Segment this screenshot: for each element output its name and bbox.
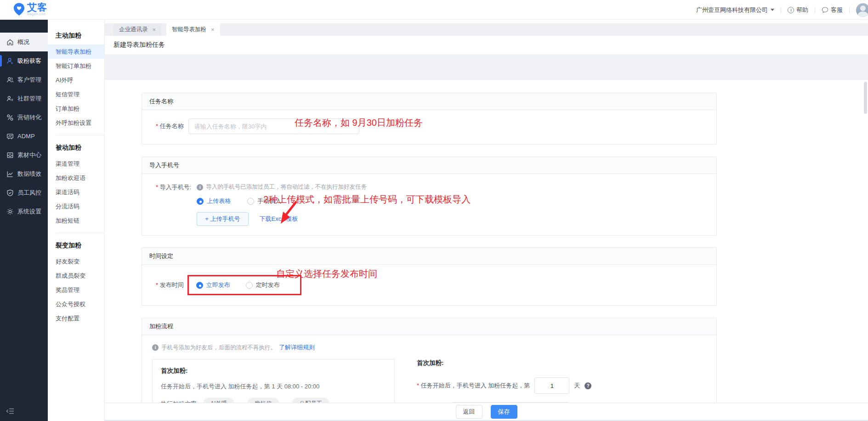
share-icon bbox=[6, 113, 14, 121]
section-header: 导入手机号 bbox=[142, 157, 716, 174]
secondary-sidebar: 主动加粉 智能导表加粉 智能订单加粉 AI外呼 短信管理 订单加粉 外呼加粉设置… bbox=[48, 20, 105, 421]
primary-sidebar: 概况 吸粉获客 客户管理 社群管理 营销转化 bbox=[0, 20, 48, 421]
submenu-section-title: 主动加粉 bbox=[48, 29, 104, 45]
first-add-title: 首次加粉: bbox=[161, 367, 386, 375]
section-import-phone: 导入手机号 导入手机号: 导入的手机号已添加过员工，将自动过滤，不在执行加好友任… bbox=[142, 157, 717, 236]
submenu-item-order-fans[interactable]: 订单加粉 bbox=[48, 101, 104, 116]
sidebar-item-marketing-conversion[interactable]: 营销转化 bbox=[0, 108, 48, 127]
radio-icon bbox=[246, 282, 253, 289]
top-header: 艾客 aiagain.com 广州壹豆网络科技有限公司 帮助 客服 bbox=[0, 0, 868, 20]
vertical-scrollbar[interactable] bbox=[864, 80, 867, 421]
sidebar-item-community-management[interactable]: 社群管理 bbox=[0, 89, 48, 108]
brand-logo[interactable]: 艾客 aiagain.com bbox=[13, 2, 47, 17]
submenu-item-sms-management[interactable]: 短信管理 bbox=[48, 87, 104, 101]
submenu-item-payment-config[interactable]: 支付配置 bbox=[48, 311, 104, 326]
sidebar-item-label: 概况 bbox=[17, 38, 29, 46]
radio-upload-sheet[interactable]: 上传表格 bbox=[197, 197, 231, 205]
day-line-prefix: 任务开始后，手机号进入 加粉任务起，第 bbox=[417, 382, 530, 390]
tab-label: 企业通讯录 bbox=[119, 26, 148, 34]
logo-text: 艾客 bbox=[27, 2, 47, 12]
customer-service-button[interactable]: 客服 bbox=[822, 6, 843, 14]
shield-icon bbox=[6, 189, 14, 196]
submenu-item-channel-live-code[interactable]: 渠道活码 bbox=[48, 185, 104, 199]
divider bbox=[849, 7, 850, 13]
submenu-item-channel-management[interactable]: 渠道管理 bbox=[48, 157, 104, 171]
section-task-name: 任务名称 任务名称 任务名称，如 9月30日加粉任务 bbox=[142, 93, 717, 145]
users-icon bbox=[6, 76, 14, 84]
submenu-item-friend-fission[interactable]: 好友裂变 bbox=[48, 254, 104, 269]
sidebar-item-fan-acquisition[interactable]: 吸粉获客 bbox=[0, 51, 48, 70]
submenu-item-outbound-settings[interactable]: 外呼加粉设置 bbox=[48, 116, 104, 130]
task-name-label: 任务名称 bbox=[156, 122, 184, 130]
submenu-item-official-account-auth[interactable]: 公众号授权 bbox=[48, 297, 104, 311]
import-phone-info: 导入的手机号已添加过员工，将自动过滤，不在执行加好友任务 bbox=[206, 183, 367, 191]
info-icon bbox=[152, 344, 159, 351]
close-icon[interactable] bbox=[153, 27, 156, 33]
sidebar-item-label: 素材中心 bbox=[17, 151, 41, 159]
sidebar-item-employee-risk[interactable]: 员工风控 bbox=[0, 183, 48, 202]
radio-publish-scheduled[interactable]: 定时发布 bbox=[246, 281, 280, 289]
user-add-icon bbox=[6, 57, 14, 65]
sidebar-item-overview[interactable]: 概况 bbox=[0, 33, 48, 51]
board-icon bbox=[6, 132, 14, 140]
back-button[interactable]: 返回 bbox=[456, 405, 482, 419]
divider bbox=[56, 135, 104, 135]
sidebar-item-customer-management[interactable]: 客户管理 bbox=[0, 70, 48, 89]
scrollbar-thumb[interactable] bbox=[864, 82, 867, 114]
submenu-item-smart-order-fans[interactable]: 智能订单加粉 bbox=[48, 59, 104, 73]
service-label: 客服 bbox=[831, 6, 843, 14]
radio-icon bbox=[247, 198, 254, 205]
sidebar-item-material-center[interactable]: 素材中心 bbox=[0, 146, 48, 164]
footer-action-bar: 返回 保存 bbox=[105, 403, 868, 421]
submenu-item-ai-call[interactable]: AI外呼 bbox=[48, 73, 104, 87]
tab-smart-import-fans[interactable]: 智能导表加粉 bbox=[166, 23, 220, 36]
sidebar-item-label: 员工风控 bbox=[17, 189, 41, 197]
detailed-rules-link[interactable]: 了解详细规则 bbox=[279, 343, 315, 352]
divider bbox=[56, 233, 104, 233]
section-time-setting: 时间设定 发布时间 立即发布 定时发布 自定义选择任务发布时间 bbox=[142, 247, 717, 306]
flow-schedule-line: 任务开始后，手机号进入 加粉任务起，第 1 天 08:00 - 20:00 bbox=[161, 382, 386, 391]
sidebar-item-data-performance[interactable]: 数据绩效 bbox=[0, 164, 48, 183]
import-phone-label: 导入手机号: bbox=[156, 183, 191, 226]
submenu-item-short-link[interactable]: 加粉短链 bbox=[48, 213, 104, 228]
user-avatar[interactable] bbox=[856, 3, 868, 17]
save-button[interactable]: 保存 bbox=[491, 405, 517, 419]
home-icon bbox=[6, 38, 14, 46]
sidebar-item-label: 系统设置 bbox=[17, 208, 41, 216]
submenu-section-title: 裂变加粉 bbox=[48, 239, 104, 254]
day-number-input[interactable] bbox=[534, 377, 569, 394]
company-dropdown[interactable]: 广州壹豆网络科技有限公司 bbox=[696, 6, 774, 14]
page-title: 新建导表加粉任务 bbox=[105, 36, 868, 54]
chat-bubble-icon bbox=[822, 6, 828, 13]
collapse-sidebar-icon[interactable] bbox=[6, 408, 14, 416]
annotation-task-name: 任务名称，如 9月30日加粉任务 bbox=[295, 117, 423, 129]
submenu-item-split-live-code[interactable]: 分流活码 bbox=[48, 199, 104, 213]
flow-info: 手机号添加为好友后，后面的流程不再执行。 bbox=[161, 344, 276, 352]
question-icon[interactable] bbox=[584, 382, 591, 389]
section-header: 加粉流程 bbox=[142, 318, 716, 335]
user-list-icon bbox=[6, 95, 14, 102]
sidebar-item-admp[interactable]: ADMP bbox=[0, 127, 48, 146]
radio-publish-now[interactable]: 立即发布 bbox=[196, 281, 230, 289]
tab-enterprise-contacts[interactable]: 企业通讯录 bbox=[113, 23, 161, 36]
annotation-publish-time: 自定义选择任务发布时间 bbox=[276, 268, 377, 280]
tab-label: 智能导表加粉 bbox=[172, 26, 206, 34]
info-icon bbox=[197, 184, 203, 191]
section-header: 时间设定 bbox=[142, 248, 716, 265]
submenu-item-prize-management[interactable]: 奖品管理 bbox=[48, 283, 104, 297]
radio-icon bbox=[197, 198, 204, 205]
submenu-item-welcome-message[interactable]: 加粉欢迎语 bbox=[48, 171, 104, 185]
upload-phone-button[interactable]: + 上传手机号 bbox=[197, 212, 248, 226]
help-button[interactable]: 帮助 bbox=[788, 6, 808, 14]
radio-label: 定时发布 bbox=[256, 281, 280, 289]
section-header: 任务名称 bbox=[142, 93, 716, 110]
close-icon[interactable] bbox=[211, 27, 215, 33]
company-name: 广州壹豆网络科技有限公司 bbox=[696, 6, 768, 14]
tab-strip: 企业通讯录 智能导表加粉 bbox=[105, 20, 868, 36]
submenu-item-smart-import-fans[interactable]: 智能导表加粉 bbox=[48, 45, 104, 59]
submenu-item-group-member-fission[interactable]: 群成员裂变 bbox=[48, 269, 104, 283]
sidebar-item-system-settings[interactable]: 系统设置 bbox=[0, 202, 48, 221]
logo-domain: aiagain.com bbox=[27, 13, 47, 16]
submenu-section-title: 被动加粉 bbox=[48, 141, 104, 157]
red-arrow-annotation bbox=[276, 200, 298, 225]
